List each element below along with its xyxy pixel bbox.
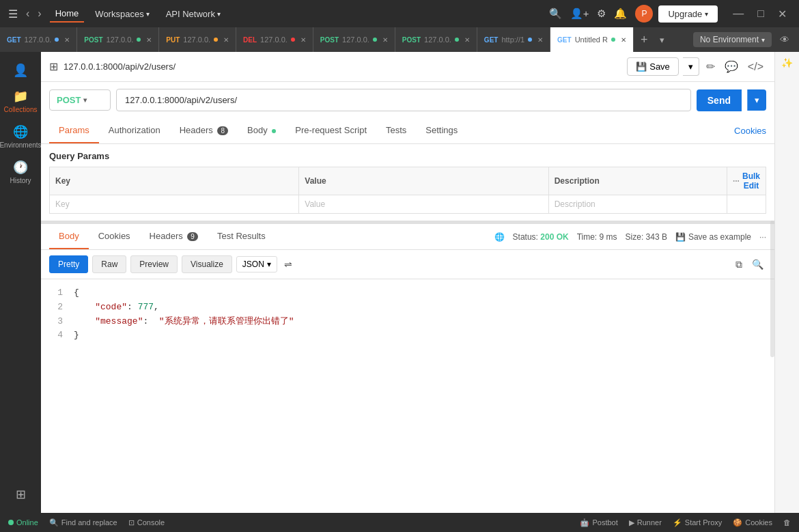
content-area: ⊞ 127.0.0.1:8000/api/v2/users/ 💾 Save ▾ … [41, 52, 774, 513]
search-response-icon[interactable]: 🔍 [749, 256, 766, 273]
maximize-button[interactable]: □ [753, 6, 768, 22]
environment-icon[interactable]: 👁 [777, 31, 792, 48]
response-area: Body Cookies Headers 9 Test Results 🌐 St… [41, 223, 774, 513]
tab-3[interactable]: DEL 127.0.0. ✕ [236, 27, 313, 52]
avatar[interactable]: P [635, 5, 653, 23]
console-button[interactable]: ⊡ Console [128, 518, 165, 527]
minimize-button[interactable]: — [729, 6, 748, 22]
environment-selector[interactable]: No Environment ▾ [693, 32, 772, 47]
save-dropdown-button[interactable]: ▾ [683, 57, 699, 76]
raw-view-button[interactable]: Raw [92, 255, 126, 273]
tab-body[interactable]: Body [238, 118, 285, 143]
trash-button[interactable]: 🗑 [783, 518, 791, 527]
start-proxy-button[interactable]: ⚡ Start Proxy [673, 518, 722, 527]
comment-icon[interactable]: 💬 [722, 57, 741, 76]
tab-1[interactable]: POST 127.0.0. ✕ [77, 27, 159, 52]
code-icon[interactable]: </> [745, 58, 766, 76]
more-options-icon[interactable]: ··· [733, 176, 740, 186]
runner-icon: ▶ [629, 518, 634, 527]
tab-6[interactable]: GET http://1 ✕ [477, 27, 550, 52]
save-button[interactable]: 💾 Save [627, 57, 679, 76]
new-tab-button[interactable]: + [634, 33, 655, 47]
url-bar: POST ▾ Send ▾ [41, 82, 774, 118]
tab-settings[interactable]: Settings [416, 118, 467, 143]
more-options-button[interactable]: ··· [759, 232, 766, 242]
ai-icon[interactable]: ✨ [781, 57, 793, 68]
collections-label: Collections [4, 106, 38, 113]
forward-button[interactable]: › [35, 5, 44, 23]
sidebar-item-history[interactable]: 🕐 History [0, 154, 41, 190]
response-tab-test-results[interactable]: Test Results [208, 224, 275, 249]
params-key-input-cell[interactable]: Key [50, 195, 299, 214]
tab-params[interactable]: Params [49, 118, 99, 143]
main-area: 👤 📁 Collections 🌐 Environments 🕐 History… [0, 52, 799, 513]
tab-overflow-button[interactable]: ▾ [654, 35, 670, 45]
tab-4[interactable]: POST 127.0.0. ✕ [313, 27, 395, 52]
globe-icon: 🌐 [494, 232, 505, 242]
code-line-4: 4 } [49, 328, 766, 343]
titlebar: ☰ ‹ › Home Workspaces ▾ API Network ▾ 🔍 … [0, 0, 799, 27]
trash-icon: 🗑 [783, 518, 791, 527]
tab-7-active[interactable]: GET Untitled R ✕ [550, 27, 634, 52]
tab-authorization[interactable]: Authorization [99, 118, 170, 143]
search-icon[interactable]: 🔍 [549, 8, 562, 20]
method-selector[interactable]: POST ▾ [49, 89, 111, 111]
sidebar-item-collections[interactable]: 📁 Collections [0, 83, 41, 119]
format-arrow: ▾ [267, 260, 271, 269]
upgrade-button[interactable]: Upgrade ▾ [658, 5, 718, 23]
url-input[interactable] [116, 89, 691, 111]
console-icon: ⊡ [128, 518, 135, 527]
cookies-link[interactable]: Cookies [734, 126, 766, 136]
method-arrow: ▾ [83, 96, 87, 104]
postbot-button[interactable]: 🤖 Postbot [580, 518, 617, 527]
home-tab[interactable]: Home [50, 5, 85, 23]
save-as-example-button[interactable]: 💾 Save as example [675, 232, 751, 242]
params-value-input-cell[interactable]: Value [299, 195, 548, 214]
cookies-status-button[interactable]: 🍪 Cookies [733, 518, 772, 527]
sidebar-item-new-collection[interactable]: ⊞ [13, 481, 29, 507]
runner-button[interactable]: ▶ Runner [629, 518, 662, 527]
response-tab-cookies[interactable]: Cookies [89, 224, 140, 249]
visualize-view-button[interactable]: Visualize [182, 255, 232, 273]
params-desc-input-cell[interactable]: Description [548, 195, 727, 214]
send-dropdown-button[interactable]: ▾ [747, 89, 766, 111]
tab-pre-request-script[interactable]: Pre-request Script [285, 118, 376, 143]
pretty-view-button[interactable]: Pretty [49, 255, 88, 273]
sidebar-item-environments[interactable]: 🌐 Environments [0, 119, 41, 154]
sidebar-item-profile[interactable]: 👤 [0, 57, 41, 83]
bulk-edit-button[interactable]: Bulk Edit [742, 171, 760, 191]
tab-headers[interactable]: Headers 8 [170, 118, 238, 143]
copy-icon[interactable]: ⧉ [733, 256, 745, 273]
close-button[interactable]: ✕ [774, 6, 791, 22]
response-toolbar-right: ⧉ 🔍 [733, 256, 766, 273]
edit-icon[interactable]: ✏ [703, 57, 718, 76]
response-body: Pretty Raw Preview Visualize JSON ▾ ⇌ ⧉ … [41, 250, 774, 513]
back-button[interactable]: ‹ [23, 5, 32, 23]
workspaces-dropdown[interactable]: Workspaces ▾ [89, 6, 154, 22]
wrap-text-icon[interactable]: ⇌ [281, 256, 295, 272]
send-button[interactable]: Send [697, 89, 742, 111]
settings-icon[interactable]: ⚙ [597, 8, 606, 20]
menu-icon[interactable]: ☰ [8, 8, 18, 20]
preview-view-button[interactable]: Preview [130, 255, 178, 273]
request-path: 127.0.0.1:8000/api/v2/users/ [64, 61, 621, 72]
tab-2[interactable]: PUT 127.0.0. ✕ [159, 27, 236, 52]
find-replace-button[interactable]: 🔍 Find and replace [49, 518, 117, 527]
tab-0[interactable]: GET 127.0.0. ✕ [0, 27, 77, 52]
tab-2-dot [214, 38, 218, 42]
statusbar: Online 🔍 Find and replace ⊡ Console 🤖 Po… [0, 513, 799, 532]
response-tab-headers[interactable]: Headers 9 [140, 224, 208, 249]
response-time: Time: 9 ms [577, 232, 617, 242]
api-network-dropdown[interactable]: API Network ▾ [160, 6, 226, 22]
bell-icon[interactable]: 🔔 [614, 8, 627, 20]
tab-tests[interactable]: Tests [376, 118, 416, 143]
format-selector[interactable]: JSON ▾ [236, 256, 277, 272]
save-icon: 💾 [675, 232, 686, 242]
actions-column-header: ··· Bulk Edit [727, 167, 766, 195]
online-dot [8, 520, 14, 525]
request-header-bar: ⊞ 127.0.0.1:8000/api/v2/users/ 💾 Save ▾ … [41, 52, 774, 82]
tab-5[interactable]: POST 127.0.0. ✕ [395, 27, 477, 52]
titlebar-nav: ‹ › [23, 5, 44, 23]
response-tab-body[interactable]: Body [49, 224, 89, 249]
add-collaborator-icon[interactable]: 👤+ [570, 8, 589, 20]
